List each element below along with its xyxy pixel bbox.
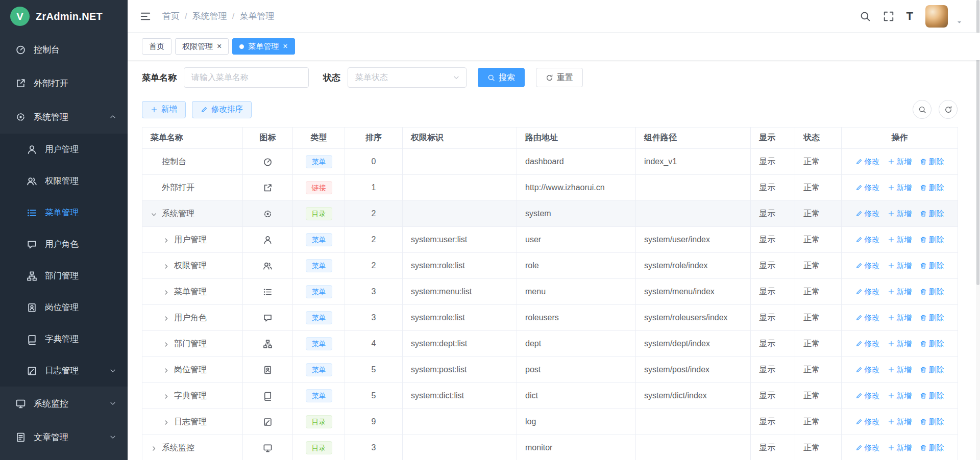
perm-cell <box>403 149 517 175</box>
row-edit-button[interactable]: 修改 <box>855 443 880 453</box>
tab-menu[interactable]: 菜单管理× <box>232 38 295 55</box>
row-edit-button[interactable]: 修改 <box>855 391 880 401</box>
row-add-button[interactable]: 新增 <box>888 313 912 323</box>
menu-table: 菜单名称图标类型排序权限标识路由地址组件路径显示状态操作 控制台菜单0dashb… <box>142 127 958 460</box>
row-delete-button[interactable]: 删除 <box>920 313 944 323</box>
collapse-arrow-icon[interactable] <box>163 419 174 425</box>
tab-role[interactable]: 权限管理× <box>175 38 229 55</box>
row-delete-button[interactable]: 删除 <box>920 443 944 453</box>
collapse-arrow-icon[interactable] <box>163 367 174 373</box>
collapse-arrow-icon[interactable] <box>163 263 174 269</box>
row-delete-button[interactable]: 删除 <box>920 261 944 271</box>
close-tab-icon[interactable]: × <box>217 42 222 50</box>
collapse-arrow-icon[interactable] <box>163 289 174 295</box>
menu-type-cell: 菜单 <box>293 305 345 331</box>
sidebar-subitem-dept[interactable]: 部门管理 <box>0 260 128 292</box>
sidebar-item-external[interactable]: 外部打开 <box>0 66 128 100</box>
search-button[interactable]: 搜索 <box>478 68 525 87</box>
row-add-button[interactable]: 新增 <box>888 417 912 427</box>
row-delete-button[interactable]: 删除 <box>920 417 944 427</box>
table-header-cell: 类型 <box>293 127 345 149</box>
menu-icon-cell <box>243 409 293 435</box>
sort-button[interactable]: 修改排序 <box>192 101 252 118</box>
row-delete-button[interactable]: 删除 <box>920 391 944 401</box>
caret-down-icon[interactable] <box>956 18 963 25</box>
row-add-button[interactable]: 新增 <box>888 443 912 453</box>
row-edit-button-label: 修改 <box>865 391 880 401</box>
row-add-button[interactable]: 新增 <box>888 261 912 271</box>
sort-cell: 9 <box>345 409 403 435</box>
row-edit-button[interactable]: 修改 <box>855 339 880 349</box>
sort-cell: 0 <box>345 149 403 175</box>
tab-home[interactable]: 首页 <box>142 38 172 55</box>
row-edit-button[interactable]: 修改 <box>855 157 880 167</box>
row-delete-button[interactable]: 删除 <box>920 235 944 245</box>
row-edit-button[interactable]: 修改 <box>855 287 880 297</box>
page-scrollbar[interactable] <box>976 0 980 460</box>
row-delete-button[interactable]: 删除 <box>920 183 944 193</box>
row-delete-button[interactable]: 删除 <box>920 157 944 167</box>
row-edit-button-label: 修改 <box>865 417 880 427</box>
collapse-arrow-icon[interactable] <box>163 315 174 321</box>
sidebar-subitem-user[interactable]: 用户管理 <box>0 134 128 165</box>
row-edit-button[interactable]: 修改 <box>855 365 880 375</box>
log-icon <box>263 417 273 427</box>
row-delete-button[interactable]: 删除 <box>920 287 944 297</box>
breadcrumb-item[interactable]: 系统管理 <box>192 10 227 22</box>
collapse-arrow-icon[interactable] <box>163 393 174 399</box>
breadcrumb-item[interactable]: 首页 <box>162 10 180 22</box>
hamburger-icon[interactable] <box>140 11 151 22</box>
row-add-button[interactable]: 新增 <box>888 209 912 219</box>
sidebar-subitem-menu[interactable]: 菜单管理 <box>0 197 128 228</box>
fullscreen-icon[interactable] <box>883 11 894 22</box>
row-edit-button[interactable]: 修改 <box>855 209 880 219</box>
row-add-button[interactable]: 新增 <box>888 157 912 167</box>
row-edit-button[interactable]: 修改 <box>855 313 880 323</box>
sidebar-item-dashboard[interactable]: 控制台 <box>0 33 128 66</box>
close-tab-icon[interactable]: × <box>283 42 287 50</box>
sidebar-subitem-role[interactable]: 权限管理 <box>0 165 128 197</box>
row-delete-button[interactable]: 删除 <box>920 209 944 219</box>
add-button[interactable]: 新增 <box>142 101 186 118</box>
sidebar-item-article[interactable]: 文章管理 <box>0 420 128 454</box>
logo[interactable]: V ZrAdmin.NET <box>0 0 128 33</box>
sort-cell: 2 <box>345 253 403 279</box>
row-add-button[interactable]: 新增 <box>888 391 912 401</box>
collapse-arrow-icon[interactable] <box>151 445 162 451</box>
row-edit-button[interactable]: 修改 <box>855 235 880 245</box>
row-add-button[interactable]: 新增 <box>888 183 912 193</box>
collapse-arrow-icon[interactable] <box>163 341 174 347</box>
menu-name-input[interactable] <box>184 67 309 88</box>
row-add-button[interactable]: 新增 <box>888 339 912 349</box>
sidebar-item-monitor[interactable]: 系统监控 <box>0 387 128 420</box>
sidebar-subitem-post[interactable]: 岗位管理 <box>0 292 128 323</box>
expand-arrow-icon[interactable] <box>151 211 162 217</box>
font-size-icon[interactable]: T <box>906 11 913 22</box>
row-edit-button[interactable]: 修改 <box>855 261 880 271</box>
row-add-button[interactable]: 新增 <box>888 235 912 245</box>
sidebar-subitem-dict[interactable]: 字典管理 <box>0 323 128 355</box>
user-icon <box>27 144 37 155</box>
row-edit-button[interactable]: 修改 <box>855 417 880 427</box>
actions-cell: 修改新增删除 <box>842 149 958 175</box>
row-edit-button[interactable]: 修改 <box>855 183 880 193</box>
sidebar-item-system[interactable]: 系统管理 <box>0 100 128 134</box>
avatar[interactable] <box>925 5 948 28</box>
row-delete-button[interactable]: 删除 <box>920 339 944 349</box>
sidebar-subitem-log[interactable]: 日志管理 <box>0 355 128 387</box>
row-edit-button-label: 修改 <box>865 183 880 193</box>
collapse-arrow-icon[interactable] <box>163 237 174 243</box>
sidebar-subitem-roleusers[interactable]: 用户角色 <box>0 228 128 260</box>
search-icon[interactable] <box>860 11 871 22</box>
table-refresh-button[interactable] <box>939 100 958 119</box>
table-search-button[interactable] <box>913 100 932 119</box>
reset-button[interactable]: 重置 <box>536 68 583 87</box>
edit-icon <box>201 106 208 113</box>
row-add-button[interactable]: 新增 <box>888 287 912 297</box>
table-header-row: 菜单名称图标类型排序权限标识路由地址组件路径显示状态操作 <box>142 127 958 149</box>
row-add-button[interactable]: 新增 <box>888 365 912 375</box>
menu-name-text: 岗位管理 <box>174 365 207 375</box>
status-select[interactable]: 菜单状态 <box>348 67 467 88</box>
type-tag: 菜单 <box>306 311 332 324</box>
row-delete-button[interactable]: 删除 <box>920 365 944 375</box>
